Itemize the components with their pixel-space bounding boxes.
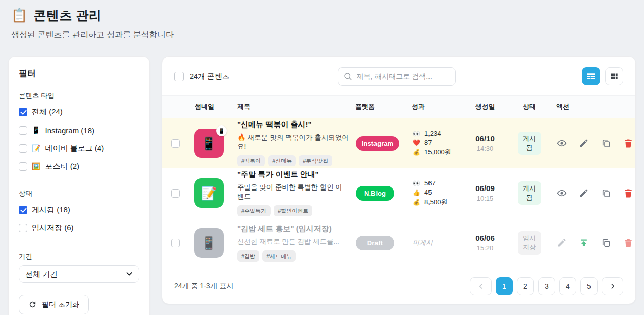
thumbnail: 📱 📱 — [194, 129, 224, 158]
row-checkbox[interactable] — [171, 239, 180, 247]
row-checkbox[interactable] — [171, 139, 180, 148]
hashtag: #떡볶이 — [237, 155, 265, 166]
grid-view-icon — [609, 71, 619, 81]
created-time: 10:15 — [461, 195, 509, 202]
thumbnail-emoji-icon: 📝 — [201, 186, 217, 201]
hashtag-list: #떡볶이#신메뉴#분식맛집 — [237, 155, 349, 166]
chevron-right-icon — [609, 282, 617, 290]
metric-value: 1,234 — [424, 130, 441, 137]
filter-checkbox[interactable] — [19, 206, 27, 214]
filter-checkbox[interactable] — [19, 162, 27, 171]
status-badge: 게시됨 — [518, 181, 541, 205]
content-description: 🔥 새로운 맛의 떡볶이가 출시되었어요! — [237, 133, 349, 151]
metric-icon: 👀 — [413, 130, 420, 137]
filter-option-label: 포스터 (2) — [45, 162, 79, 171]
next-page-button[interactable] — [602, 277, 623, 295]
content-title: "신메뉴 떡볶이 출시!" — [237, 120, 349, 130]
filter-checkbox[interactable] — [19, 108, 27, 116]
action-publish-button[interactable] — [579, 238, 589, 248]
action-delete-button[interactable] — [623, 188, 633, 198]
filter-option[interactable]: 게시됨 (18) — [19, 201, 139, 219]
content-count-label: 24개 콘텐츠 — [190, 72, 229, 81]
page-button-5[interactable]: 5 — [580, 277, 598, 295]
reset-filters-button[interactable]: 필터 초기화 — [19, 295, 89, 314]
period-select[interactable]: 전체 기간 — [19, 265, 139, 283]
created-time: 15:20 — [461, 244, 509, 252]
hashtag: #신메뉴 — [268, 155, 296, 166]
platform-badge: Draft — [356, 236, 394, 250]
prev-page-button[interactable] — [470, 277, 492, 295]
filter-option[interactable]: 📱 Instagram (18) — [19, 121, 139, 139]
filter-option-icon: 📝 — [32, 144, 40, 152]
action-edit-button[interactable] — [579, 138, 589, 148]
metric-value: 45 — [424, 188, 432, 196]
metric-icon: ❤️ — [413, 139, 420, 146]
page-button-4[interactable]: 4 — [559, 277, 576, 295]
thumbnail: 📱 — [194, 228, 224, 258]
action-delete-button[interactable] — [623, 238, 633, 248]
copy-icon — [601, 138, 611, 148]
chevron-left-icon — [477, 282, 485, 290]
metric: 👍45 — [413, 188, 461, 196]
grid-view-button[interactable] — [605, 67, 623, 85]
metric-value: 15,000원 — [424, 148, 451, 157]
action-copy-button[interactable] — [601, 138, 611, 148]
row-checkbox[interactable] — [171, 189, 180, 198]
action-copy-button[interactable] — [601, 238, 611, 248]
col-status: 상태 — [509, 102, 550, 111]
col-performance: 성과 — [405, 102, 461, 111]
page-button-2[interactable]: 2 — [517, 277, 534, 295]
metric-icon: 👀 — [413, 180, 420, 187]
filter-checkbox[interactable] — [19, 144, 27, 153]
eye-icon — [557, 188, 567, 198]
table-header: 썸네일 제목 플랫폼 성과 생성일 상태 액션 — [162, 95, 635, 118]
performance-metrics: 미게시 — [405, 238, 461, 247]
platform-badge: N.Blog — [356, 186, 394, 201]
col-platform: 플랫폼 — [349, 102, 405, 111]
table-row[interactable]: 📱 📱 "신메뉴 떡볶이 출시!" 🔥 새로운 맛의 떡볶이가 출시되었어요! … — [162, 118, 635, 168]
copy-icon — [601, 188, 611, 198]
select-all-checkbox[interactable] — [174, 72, 184, 81]
table-footer: 24개 중 1-3개 표시 12345 — [162, 268, 635, 304]
page-button-3[interactable]: 3 — [538, 277, 555, 295]
filter-option[interactable]: 🖼️ 포스터 (2) — [19, 157, 139, 175]
refresh-icon — [28, 300, 37, 309]
action-view-button[interactable] — [557, 138, 567, 148]
action-edit-button[interactable] — [557, 238, 567, 248]
table-row[interactable]: 📝 "주말 특가 이벤트 안내" 주말을 맞아 준비한 특별한 할인 이벤트 #… — [162, 168, 635, 218]
row-actions — [550, 238, 633, 248]
filter-option-label: 네이버 블로그 (4) — [45, 144, 104, 153]
action-view-button[interactable] — [557, 188, 567, 198]
metric-icon: 💰 — [413, 199, 420, 206]
trash-icon — [623, 188, 633, 198]
thumbnail-emoji-icon: 📱 — [201, 236, 217, 250]
metric: 💰15,000원 — [413, 148, 461, 157]
hashtag: #김밥 — [237, 250, 259, 262]
page-button-1[interactable]: 1 — [496, 277, 513, 295]
row-actions — [550, 138, 633, 148]
filter-option-label: 전체 (24) — [32, 107, 63, 117]
hashtag: #주말특가 — [237, 205, 271, 216]
filter-option-label: Instagram (18) — [45, 126, 94, 135]
filter-option[interactable]: 📝 네이버 블로그 (4) — [19, 139, 139, 157]
action-edit-button[interactable] — [579, 188, 589, 198]
filter-checkbox[interactable] — [19, 224, 27, 232]
search-input[interactable] — [338, 67, 456, 86]
table-body: 📱 📱 "신메뉴 떡볶이 출시!" 🔥 새로운 맛의 떡볶이가 출시되었어요! … — [162, 118, 635, 268]
filter-option[interactable]: 임시저장 (6) — [19, 219, 139, 237]
action-delete-button[interactable] — [623, 138, 633, 148]
status-badge: 임시저장 — [518, 231, 541, 255]
table-row[interactable]: 📱 "김밥 세트 홍보" (임시저장) 신선한 재료로 만든 김밥 세트를...… — [162, 218, 635, 268]
filter-option[interactable]: 전체 (24) — [19, 103, 139, 121]
filter-type-label: 콘텐츠 타입 — [19, 91, 139, 100]
action-copy-button[interactable] — [601, 188, 611, 198]
col-title: 제목 — [231, 102, 349, 111]
copy-icon — [601, 238, 611, 248]
performance-metrics: 👀567👍45💰8,500원 — [405, 178, 461, 208]
unpublished-note: 미게시 — [413, 238, 461, 247]
metric-icon: 💰 — [413, 149, 420, 156]
col-actions: 액션 — [550, 102, 626, 111]
content-description: 주말을 맞아 준비한 특별한 할인 이벤트 — [237, 183, 349, 201]
filter-checkbox[interactable] — [19, 126, 27, 135]
list-view-button[interactable] — [582, 67, 600, 85]
